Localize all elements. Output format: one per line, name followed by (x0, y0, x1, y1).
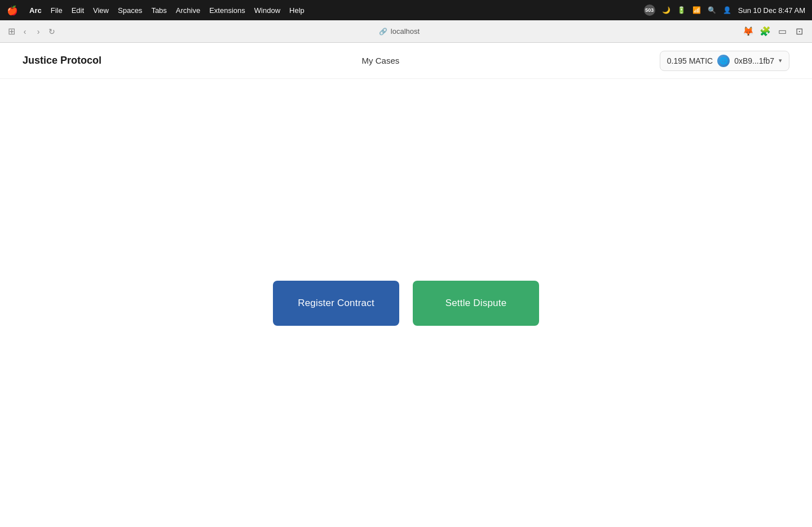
browser-controls: ⊞ ‹ › ↻ (7, 27, 56, 36)
url-text: localhost (391, 27, 420, 36)
menu-spaces[interactable]: Spaces (118, 6, 142, 15)
browser-chrome: ⊞ ‹ › ↻ 🔗 localhost 🦊 🧩 ▭ ⊡ (0, 20, 812, 43)
contacts-icon: 👤 (723, 6, 731, 14)
menu-view[interactable]: View (93, 6, 109, 15)
address-bar-inner: 🔗 localhost (379, 27, 420, 36)
settle-dispute-button[interactable]: Settle Dispute (413, 281, 539, 326)
search-icon[interactable]: 🔍 (708, 6, 716, 14)
macos-menu-bar: 🍎 Arc File Edit View Spaces Tabs Archive… (0, 0, 812, 20)
menu-extensions[interactable]: Extensions (209, 6, 245, 15)
menu-window[interactable]: Window (254, 6, 280, 15)
wallet-address: 0xB9...1fb7 (734, 56, 774, 65)
battery-icon: 🔋 (677, 6, 686, 14)
wallet-network-icon: 🌐 (717, 55, 730, 67)
menu-edit[interactable]: Edit (72, 6, 84, 15)
back-button[interactable]: ‹ (20, 27, 29, 36)
sidebar-toggle-button[interactable]: ⊞ (7, 27, 16, 36)
menu-bar-left: 🍎 Arc File Edit View Spaces Tabs Archive… (7, 5, 304, 16)
menu-bar-right: 503 🌙 🔋 📶 🔍 👤 Sun 10 Dec 8:47 AM (644, 5, 805, 16)
menu-archive[interactable]: Archive (176, 6, 200, 15)
nav-my-cases[interactable]: My Cases (362, 56, 400, 65)
wallet-chevron-icon: ▾ (779, 57, 782, 64)
address-bar[interactable]: 🔗 localhost (63, 27, 735, 36)
apple-logo-icon[interactable]: 🍎 (7, 5, 18, 16)
menu-arc[interactable]: Arc (29, 6, 42, 15)
forward-button[interactable]: › (34, 27, 43, 36)
main-content: Register Contract Settle Dispute (0, 79, 812, 527)
browser-right-icons: 🦊 🧩 ▭ ⊡ (742, 25, 805, 38)
menu-tabs[interactable]: Tabs (151, 6, 166, 15)
datetime-display: Sun 10 Dec 8:47 AM (738, 6, 805, 15)
menu-file[interactable]: File (51, 6, 63, 15)
action-buttons: Register Contract Settle Dispute (273, 281, 539, 326)
notification-badge: 503 (644, 5, 655, 16)
reload-button[interactable]: ↻ (47, 27, 56, 36)
menu-help[interactable]: Help (289, 6, 304, 15)
new-tab-icon[interactable]: ⊡ (793, 25, 805, 38)
extension-puzzle-icon[interactable]: 🧩 (759, 25, 771, 38)
link-icon: 🔗 (379, 28, 387, 36)
app-content: Justice Protocol My Cases 0.195 MATIC 🌐 … (0, 43, 812, 527)
app-logo: Justice Protocol (23, 55, 102, 67)
wifi-icon: 📶 (692, 6, 701, 14)
wallet-balance: 0.195 MATIC (667, 56, 713, 65)
app-header: Justice Protocol My Cases 0.195 MATIC 🌐 … (0, 43, 812, 79)
register-contract-button[interactable]: Register Contract (273, 281, 399, 326)
split-view-icon[interactable]: ▭ (776, 25, 788, 38)
app-nav: My Cases (362, 56, 400, 65)
moon-icon: 🌙 (662, 6, 670, 14)
wallet-info[interactable]: 0.195 MATIC 🌐 0xB9...1fb7 ▾ (660, 51, 789, 71)
extension-fox-icon[interactable]: 🦊 (742, 25, 754, 38)
